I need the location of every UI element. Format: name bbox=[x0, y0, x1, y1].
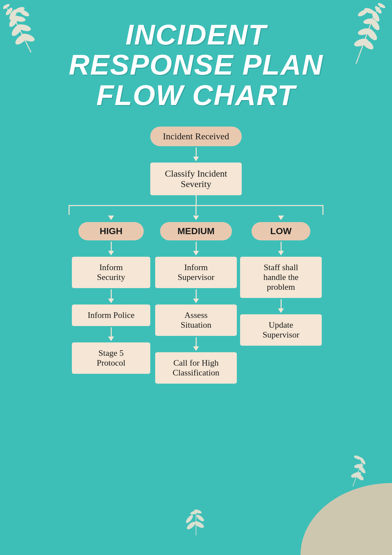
svg-point-25 bbox=[377, 2, 386, 9]
svg-point-30 bbox=[354, 463, 364, 469]
svg-point-32 bbox=[353, 455, 362, 460]
svg-point-17 bbox=[353, 37, 369, 48]
top-left-leaf-decoration bbox=[3, 3, 59, 56]
low-label: LOW bbox=[252, 222, 310, 240]
arrow-medium-3 bbox=[193, 337, 199, 351]
update-supervisor-node: UpdateSupervisor bbox=[240, 314, 322, 346]
svg-point-18 bbox=[357, 27, 371, 36]
arrow-to-classify bbox=[193, 147, 199, 161]
vdrop-right bbox=[322, 205, 323, 215]
svg-point-6 bbox=[13, 15, 26, 23]
medium-label: MEDIUM bbox=[160, 222, 232, 240]
arrow-to-high-label bbox=[108, 216, 114, 220]
arrow-high-1 bbox=[108, 242, 114, 255]
svg-line-0 bbox=[13, 16, 31, 52]
high-column: HIGH InformSecurity Inform Police bbox=[69, 216, 154, 384]
vdrop-mid bbox=[196, 205, 197, 215]
svg-line-26 bbox=[353, 460, 363, 486]
medium-column: MEDIUM InformSupervisor AssessSituation bbox=[154, 216, 238, 384]
svg-point-22 bbox=[357, 9, 368, 18]
flowchart: Incident Received Classify IncidentSever… bbox=[16, 127, 376, 384]
title-text: INCIDENT RESPONSE PLAN FLOW CHART bbox=[69, 20, 323, 110]
svg-point-38 bbox=[190, 510, 199, 515]
svg-point-12 bbox=[3, 3, 10, 10]
title-line3: FLOW CHART bbox=[96, 79, 296, 111]
svg-point-4 bbox=[20, 32, 36, 43]
svg-line-23 bbox=[374, 7, 381, 15]
svg-point-35 bbox=[185, 514, 194, 524]
svg-point-5 bbox=[17, 23, 31, 32]
stage5-protocol-node: Stage 5Protocol bbox=[72, 342, 150, 374]
classify-node: Classify IncidentSeverity bbox=[150, 163, 242, 195]
arrow-low-2 bbox=[278, 299, 284, 313]
title-line1: INCIDENT bbox=[125, 18, 267, 51]
call-high-classification-node: Call for HighClassification bbox=[155, 352, 237, 384]
svg-point-14 bbox=[360, 37, 375, 51]
bottom-right-blob bbox=[301, 483, 392, 555]
title-block: INCIDENT RESPONSE PLAN FLOW CHART bbox=[69, 20, 323, 110]
staff-handle-node: Staff shallhandle theproblem bbox=[240, 257, 322, 298]
svg-point-7 bbox=[8, 8, 18, 21]
branch-connector-area: HIGH InformSecurity Inform Police bbox=[49, 195, 343, 384]
svg-point-9 bbox=[19, 9, 30, 18]
svg-point-31 bbox=[359, 456, 366, 465]
svg-point-37 bbox=[195, 513, 205, 522]
svg-point-16 bbox=[369, 17, 381, 31]
title-line2: RESPONSE PLAN bbox=[69, 48, 323, 81]
top-right-leaf-decoration bbox=[323, 2, 389, 67]
svg-point-24 bbox=[374, 5, 383, 14]
svg-point-27 bbox=[354, 471, 365, 481]
inform-police-node: Inform Police bbox=[72, 304, 150, 326]
svg-point-21 bbox=[364, 7, 375, 15]
svg-point-3 bbox=[8, 14, 20, 28]
svg-point-39 bbox=[194, 509, 202, 514]
svg-point-34 bbox=[186, 520, 197, 530]
high-label: HIGH bbox=[78, 222, 144, 240]
svg-point-2 bbox=[10, 23, 24, 38]
arrow-high-3 bbox=[108, 327, 114, 341]
assess-situation-node: AssessSituation bbox=[155, 304, 237, 336]
arrow-high-2 bbox=[108, 289, 114, 303]
bottom-center-leaf-decoration bbox=[180, 504, 212, 537]
arrow-medium-2 bbox=[193, 289, 199, 303]
svg-point-29 bbox=[351, 471, 362, 479]
branch-columns: HIGH InformSecurity Inform Police bbox=[69, 216, 323, 384]
svg-point-8 bbox=[14, 6, 25, 14]
arrow-to-medium-label bbox=[193, 216, 199, 220]
stem-from-classify bbox=[196, 195, 197, 205]
inform-security-node: InformSecurity bbox=[72, 257, 150, 288]
svg-line-13 bbox=[356, 15, 374, 64]
svg-point-1 bbox=[14, 32, 29, 46]
vdrop-left bbox=[69, 205, 70, 215]
low-column: LOW Staff shallhandle theproblem UpdateS… bbox=[238, 216, 323, 384]
arrow-to-low-label bbox=[278, 216, 284, 220]
svg-point-36 bbox=[194, 520, 205, 529]
svg-point-11 bbox=[5, 7, 13, 16]
inform-supervisor-node: InformSupervisor bbox=[155, 257, 237, 288]
svg-point-15 bbox=[365, 27, 379, 42]
arrow-medium-1 bbox=[193, 242, 199, 255]
page: INCIDENT RESPONSE PLAN FLOW CHART Incide… bbox=[0, 0, 392, 555]
top-section: Incident Received Classify IncidentSever… bbox=[150, 127, 242, 195]
bottom-right-leaf-decoration bbox=[333, 450, 372, 490]
horizontal-line bbox=[69, 205, 323, 206]
svg-line-10 bbox=[7, 8, 13, 16]
arrow-low-1 bbox=[278, 242, 284, 255]
svg-point-19 bbox=[363, 18, 375, 25]
svg-point-28 bbox=[357, 464, 367, 475]
incident-received-node: Incident Received bbox=[150, 127, 242, 146]
svg-point-20 bbox=[370, 10, 381, 23]
